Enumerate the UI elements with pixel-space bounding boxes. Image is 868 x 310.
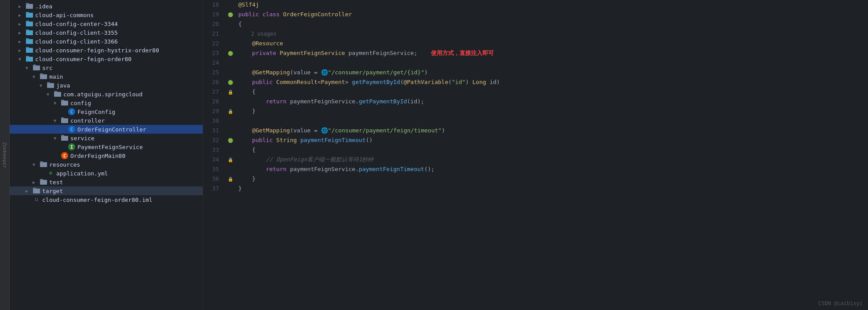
gutter-icon bbox=[224, 184, 237, 193]
tree-item-FeignConfig[interactable]: CFeignConfig bbox=[10, 107, 203, 116]
tree-arrow: ▶ bbox=[18, 39, 26, 44]
tree-file-icon bbox=[26, 55, 33, 62]
svg-rect-12 bbox=[26, 57, 33, 62]
tree-item-java[interactable]: ▼java bbox=[10, 81, 203, 90]
tree-item-resources[interactable]: ▼resources bbox=[10, 160, 203, 169]
tree-item-OrderFeignMain80[interactable]: COrderFeignMain80 bbox=[10, 151, 203, 160]
tree-item-service[interactable]: ▼service bbox=[10, 134, 203, 142]
tree-label: src bbox=[42, 65, 52, 71]
svg-rect-14 bbox=[33, 66, 40, 70]
code-line: public String paymentFeignTimeout() bbox=[238, 135, 861, 145]
tree-arrow: ▼ bbox=[54, 118, 61, 123]
tree-arrow: ▼ bbox=[54, 136, 61, 141]
tree-label: .idea bbox=[35, 3, 52, 10]
line-number: 36 bbox=[203, 174, 221, 184]
tree-label: FeignConfig bbox=[77, 109, 115, 115]
tree-item-cloud-config-client-3355[interactable]: ▶cloud-config-client-3355 bbox=[10, 28, 203, 37]
code-line: private PaymentFeignService paymentFeign… bbox=[238, 48, 861, 58]
svg-rect-6 bbox=[26, 30, 33, 35]
code-line: 2 usages bbox=[238, 29, 861, 39]
tree-file-icon bbox=[26, 38, 33, 45]
tree-file-icon bbox=[33, 64, 40, 71]
gutter-icon bbox=[224, 19, 237, 29]
tree-file-icon bbox=[54, 91, 62, 98]
code-editor: 1819202122232425262728293031323334353637… bbox=[203, 0, 868, 310]
code-content: 1819202122232425262728293031323334353637… bbox=[203, 0, 868, 310]
tree-item-PaymentFeignService[interactable]: IPaymentFeignService bbox=[10, 142, 203, 151]
tree-file-icon bbox=[26, 47, 33, 54]
line-number: 33 bbox=[203, 145, 221, 155]
tree-file-icon bbox=[40, 161, 47, 168]
line-number: 23 bbox=[203, 48, 221, 58]
gutter-icon bbox=[224, 193, 237, 203]
tree-file-icon: C bbox=[68, 126, 76, 133]
svg-rect-10 bbox=[26, 48, 33, 53]
tree-label: com.atguigu.springcloud bbox=[63, 91, 142, 98]
tree-arrow: ▼ bbox=[40, 83, 47, 88]
tree-item-cloud-consumer-feign-order80[interactable]: ▼cloud-consumer-feign-order80 bbox=[10, 55, 203, 63]
code-lines[interactable]: @Slf4jpublic class OrderFeignController{… bbox=[237, 0, 868, 310]
line-number: 19 bbox=[203, 10, 221, 19]
tree-arrow: ▶ bbox=[18, 4, 26, 9]
tree-item-cloud-consumer-feign-hystrix-order80[interactable]: ▶cloud-consumer-feign-hystrix-order80 bbox=[10, 46, 203, 55]
tree-label: controller bbox=[70, 117, 105, 124]
gutter-icon bbox=[224, 58, 237, 68]
tree-item-cloud-config-client-3366[interactable]: ▶cloud-config-client-3366 bbox=[10, 37, 203, 46]
gutter-icon: 🟢 bbox=[224, 77, 237, 87]
code-line: } bbox=[238, 184, 861, 193]
tree-label: resources bbox=[49, 161, 80, 168]
tree-file-icon: ◻ bbox=[33, 196, 40, 203]
svg-rect-16 bbox=[40, 74, 47, 79]
tree-file-icon bbox=[26, 20, 33, 27]
tree-item-controller[interactable]: ▼controller bbox=[10, 116, 203, 125]
tree-label: cloud-consumer-feign-order80.iml bbox=[42, 197, 152, 203]
tree-item-cloud-config-center-3344[interactable]: ▶cloud-config-center-3344 bbox=[10, 19, 203, 28]
code-line: return paymentFeignService.getPaymentByI… bbox=[238, 97, 861, 106]
svg-rect-5 bbox=[26, 21, 29, 22]
tree-label: cloud-config-center-3344 bbox=[35, 21, 118, 27]
tree-item-cloud-api-commons[interactable]: ▶cloud-api-commons bbox=[10, 11, 203, 19]
tree-arrow: ▶ bbox=[26, 189, 33, 193]
svg-rect-9 bbox=[26, 38, 29, 40]
tree-label: target bbox=[42, 188, 63, 194]
svg-rect-2 bbox=[26, 13, 33, 18]
tree-label: OrderFeignMain80 bbox=[70, 153, 125, 159]
code-line: public CommonResult<Payment> getPaymentB… bbox=[238, 77, 861, 87]
tree-item-main[interactable]: ▼main bbox=[10, 72, 203, 81]
tree-arrow: ▼ bbox=[47, 92, 54, 97]
tree-item-com.atguigu.springcloud[interactable]: ▼com.atguigu.springcloud bbox=[10, 90, 203, 98]
code-line: @GetMapping(value = 🌐"/consumer/payment/… bbox=[238, 126, 861, 135]
tree-item-src[interactable]: ▼src bbox=[10, 63, 203, 72]
tree-file-icon bbox=[47, 82, 55, 89]
tree-item-target[interactable]: ▶target bbox=[10, 186, 203, 195]
tree-item-cloud-consumer-feign-order80.iml[interactable]: ◻cloud-consumer-feign-order80.iml bbox=[10, 195, 203, 204]
tree-arrow: ▶ bbox=[18, 22, 26, 26]
line-number: 29 bbox=[203, 106, 221, 116]
tree-item-OrderFeignController[interactable]: COrderFeignController bbox=[10, 125, 203, 134]
line-number: 25 bbox=[203, 68, 221, 77]
gutter-icon: 🔒 bbox=[224, 87, 237, 97]
line-number: 20 bbox=[203, 19, 221, 29]
tree-item-application.yml[interactable]: ⚙application.yml bbox=[10, 169, 203, 178]
tree-file-icon bbox=[40, 73, 47, 80]
tree-arrow: ▼ bbox=[54, 101, 61, 106]
svg-rect-15 bbox=[33, 65, 36, 66]
line-number: 31 bbox=[203, 126, 221, 135]
svg-rect-26 bbox=[61, 136, 68, 141]
svg-rect-13 bbox=[26, 56, 29, 57]
line-number: 21 bbox=[203, 29, 221, 39]
svg-rect-3 bbox=[26, 12, 29, 13]
line-number: 32 bbox=[203, 135, 221, 145]
tree-label: OrderFeignController bbox=[77, 126, 146, 133]
gutter-icon bbox=[224, 164, 237, 174]
tree-item-idea[interactable]: ▶.idea bbox=[10, 2, 203, 11]
zookeeper-label: Zookeeper bbox=[2, 142, 7, 168]
tree-item-test[interactable]: ▶test bbox=[10, 178, 203, 186]
tree-item-config[interactable]: ▼config bbox=[10, 98, 203, 107]
svg-rect-32 bbox=[33, 189, 40, 193]
line-number: 30 bbox=[203, 116, 221, 126]
code-line: { bbox=[238, 87, 861, 97]
code-line: { bbox=[238, 19, 861, 29]
svg-rect-21 bbox=[54, 91, 57, 92]
line-number: 34 bbox=[203, 155, 221, 164]
